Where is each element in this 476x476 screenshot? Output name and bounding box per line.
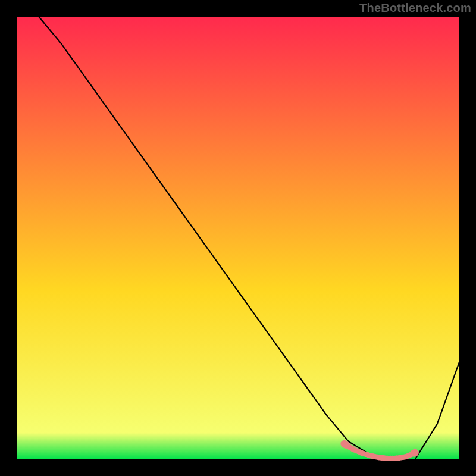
svg-point-40 [411, 449, 418, 456]
chart-container: TheBottleneck.com [0, 0, 476, 476]
watermark-label: TheBottleneck.com [359, 1, 471, 15]
plot-background [17, 17, 459, 459]
plot-svg [0, 0, 476, 476]
